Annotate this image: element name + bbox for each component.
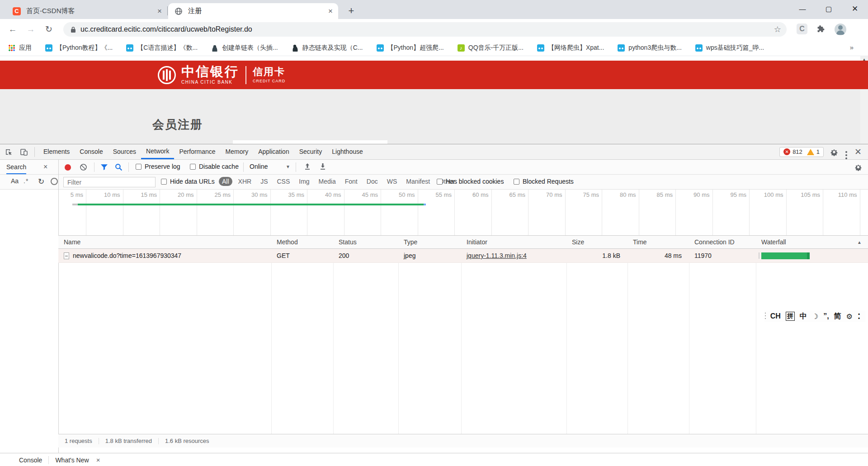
search-magnifier-icon[interactable] <box>115 163 123 171</box>
devtools-close-icon[interactable]: ✕ <box>854 147 862 157</box>
bookmark-item[interactable]: 创建单链表（头插... <box>211 44 278 52</box>
ime-indicator[interactable]: ⚙ <box>846 312 853 321</box>
bookmark-item[interactable]: 应用 <box>8 44 32 52</box>
new-tab-button[interactable]: + <box>344 5 358 18</box>
extensions-puzzle-icon[interactable] <box>816 24 826 33</box>
bookmark-item[interactable]: python3爬虫与数... <box>618 44 682 52</box>
request-initiator-cell[interactable]: jquery-1.11.3.min.js:4 <box>461 249 566 263</box>
column-divider[interactable] <box>566 236 567 434</box>
request-time-cell[interactable]: 48 ms <box>627 249 686 263</box>
resource-type-filter[interactable]: Manifest <box>403 177 433 186</box>
column-divider[interactable] <box>333 236 334 434</box>
device-toolbar-icon[interactable] <box>17 146 31 158</box>
resource-type-filter[interactable]: XHR <box>235 177 255 186</box>
blocked-requests-checkbox[interactable]: Blocked Requests <box>514 178 574 185</box>
col-header-waterfall[interactable]: Waterfall <box>756 236 846 249</box>
ime-indicator[interactable]: 拼 <box>786 312 795 321</box>
search-drawer-tab[interactable]: Search <box>6 160 26 174</box>
scrollbar-thumb[interactable] <box>860 61 868 89</box>
throttling-select[interactable]: Online <box>250 163 268 170</box>
hide-data-urls-checkbox[interactable]: Hide data URLs <box>161 178 215 185</box>
request-status-cell[interactable]: 200 <box>333 249 398 263</box>
request-name-cell[interactable]: newvalicode.do?time=1613967930347 <box>58 249 271 263</box>
minimize-button[interactable]: — <box>789 0 816 19</box>
column-divider[interactable] <box>627 236 628 434</box>
col-header-name[interactable]: Name <box>58 236 271 249</box>
devtools-tab[interactable]: Application <box>253 144 294 159</box>
devtools-tab[interactable]: Elements <box>38 144 75 159</box>
ime-indicator[interactable]: CH <box>770 312 781 320</box>
ime-indicator[interactable]: ”, <box>823 312 829 320</box>
export-har-icon[interactable] <box>319 163 326 171</box>
sort-ascending-icon[interactable]: ▲ <box>857 236 862 249</box>
column-divider[interactable] <box>461 236 462 434</box>
resource-type-filter[interactable]: JS <box>257 177 271 186</box>
resource-type-filter[interactable]: WS <box>384 177 401 186</box>
network-settings-gear-icon[interactable] <box>854 163 862 171</box>
resource-type-filter[interactable]: Doc <box>363 177 381 186</box>
reload-button[interactable]: ↻ <box>42 23 55 36</box>
column-divider[interactable] <box>756 236 756 434</box>
preserve-log-checkbox[interactable]: Preserve log <box>136 163 180 170</box>
request-connection-id-cell[interactable]: 11970 <box>689 249 756 263</box>
ime-indicator[interactable]: ⁚ <box>858 312 860 321</box>
filter-input[interactable] <box>63 177 156 187</box>
extension-badge[interactable]: C <box>797 24 807 34</box>
chevron-down-icon[interactable]: ▼ <box>286 164 290 169</box>
search-cancel-icon[interactable] <box>51 178 58 185</box>
devtools-tab[interactable]: Security <box>294 144 327 159</box>
browser-tab-csdn[interactable]: C 首页-CSDN博客 × <box>6 3 167 19</box>
has-blocked-cookies-checkbox[interactable]: Has blocked cookies <box>437 178 504 185</box>
filter-funnel-icon[interactable] <box>100 163 108 171</box>
column-divider[interactable] <box>398 236 399 434</box>
initiator-link[interactable]: jquery-1.11.3.min.js:4 <box>467 252 527 259</box>
devtools-tab[interactable]: Sources <box>108 144 141 159</box>
drawer-tab-close-icon[interactable]: × <box>96 456 100 464</box>
col-header-type[interactable]: Type <box>398 236 461 249</box>
bookmark-item[interactable]: 静态链表及实现（C... <box>292 44 363 52</box>
waterfall-bar[interactable] <box>761 252 810 259</box>
devtools-tab[interactable]: Memory <box>221 144 254 159</box>
col-header-method[interactable]: Method <box>271 236 333 249</box>
devtools-tab[interactable]: Console <box>75 144 108 159</box>
ime-drag-grip[interactable] <box>764 312 767 321</box>
page-scrollbar[interactable]: ▲ <box>860 56 868 144</box>
request-type-cell[interactable]: jpeg <box>398 249 461 263</box>
devtools-tab[interactable]: Lighthouse <box>327 144 368 159</box>
resource-type-filter[interactable]: CSS <box>274 177 293 186</box>
devtools-settings-gear-icon[interactable] <box>830 148 838 156</box>
devtools-menu-kebab-icon[interactable] <box>845 151 847 153</box>
tab-close-icon[interactable]: × <box>328 7 333 16</box>
disable-cache-checkbox[interactable]: Disable cache <box>190 163 239 170</box>
column-divider[interactable] <box>271 236 272 434</box>
resource-type-filter[interactable]: Media <box>316 177 339 186</box>
back-button[interactable]: ← <box>6 23 19 36</box>
drawer-tab-console[interactable]: Console <box>13 456 48 464</box>
ime-indicator[interactable]: 简 <box>834 312 841 321</box>
network-overview-timeline[interactable]: 5 ms10 ms15 ms20 ms25 ms30 ms35 ms40 ms4… <box>59 190 868 236</box>
search-refresh-icon[interactable]: ↻ <box>38 177 44 186</box>
col-header-initiator[interactable]: Initiator <box>461 236 566 249</box>
bookmark-item[interactable]: 【网络爬虫】Xpat... <box>537 44 604 52</box>
request-size-cell[interactable]: 1.8 kB <box>566 249 625 263</box>
tab-close-icon[interactable]: × <box>157 7 162 16</box>
column-divider[interactable] <box>689 236 689 434</box>
import-har-icon[interactable] <box>304 163 311 171</box>
resource-type-filter[interactable]: Img <box>296 177 312 186</box>
col-header-status[interactable]: Status <box>333 236 398 249</box>
close-button[interactable]: ✕ <box>842 0 868 19</box>
bookmark-star-icon[interactable]: ☆ <box>774 24 781 34</box>
ime-indicator[interactable]: 中 <box>800 312 807 321</box>
regex-button[interactable]: .* <box>24 177 28 185</box>
match-case-button[interactable]: Aa <box>11 177 19 185</box>
bookmark-item[interactable]: 【Python】超强爬... <box>377 44 444 52</box>
bookmark-item[interactable]: wps基础技巧篇_哔... <box>695 44 764 52</box>
devtools-tab[interactable]: Network <box>141 144 174 159</box>
url-text[interactable]: uc.creditcard.ecitic.com/citiccard/ucweb… <box>80 25 252 33</box>
profile-avatar[interactable] <box>835 24 846 35</box>
resource-type-filter[interactable]: All <box>219 177 232 186</box>
lock-icon[interactable] <box>71 26 76 33</box>
address-bar[interactable]: uc.creditcard.ecitic.com/citiccard/ucweb… <box>63 22 787 37</box>
clear-network-log-icon[interactable] <box>80 163 87 171</box>
col-header-size[interactable]: Size <box>566 236 627 249</box>
